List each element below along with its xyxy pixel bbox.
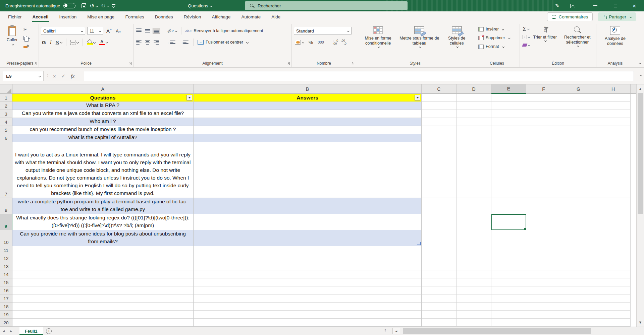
document-title[interactable]: Questions (188, 0, 212, 11)
cell-E19[interactable] (491, 311, 526, 319)
sheet-tab-feuil1[interactable]: Feuil1 (19, 327, 43, 335)
paste-button[interactable]: Coller (3, 25, 21, 47)
row-header-18[interactable]: 18 (0, 303, 12, 311)
cell-D19[interactable] (457, 311, 491, 319)
percent-button[interactable]: % (308, 38, 314, 46)
row-header-7[interactable]: 7 (0, 142, 12, 198)
cell-E2[interactable] (491, 102, 526, 110)
cell-H10[interactable] (596, 230, 631, 246)
cell-A10[interactable]: Can you provide me with some ideas for b… (12, 230, 194, 246)
save-icon[interactable] (82, 3, 86, 8)
cell-B8[interactable] (194, 198, 422, 214)
cell-B9[interactable] (194, 214, 422, 230)
cell-E17[interactable] (491, 294, 526, 303)
cell-D2[interactable] (457, 102, 491, 110)
insert-function-icon[interactable]: fx (71, 73, 74, 79)
cell-D12[interactable] (457, 254, 491, 262)
cell-D5[interactable] (457, 126, 491, 134)
orientation-button[interactable]: ab↗ (166, 27, 178, 35)
cell-A4[interactable]: Who am i ? (12, 118, 194, 126)
cell-G4[interactable] (561, 118, 596, 126)
cell-D13[interactable] (457, 262, 491, 270)
row-header-11[interactable]: 11 (0, 246, 12, 254)
cell-H18[interactable] (596, 303, 631, 311)
cell-H6[interactable] (596, 134, 631, 142)
close-button[interactable]: × (627, 0, 642, 11)
cell-C16[interactable] (422, 286, 457, 294)
expand-formula-bar-icon[interactable] (640, 74, 642, 76)
row-header-3[interactable]: 3 (0, 110, 12, 118)
customize-quick-access-toolbar-icon[interactable] (112, 4, 115, 7)
cell-D20[interactable] (457, 319, 491, 327)
cell-B13[interactable] (194, 262, 422, 270)
cell-H3[interactable] (596, 110, 631, 118)
delete-cells-button[interactable]: Supprimer (478, 34, 518, 42)
cell-C2[interactable] (422, 102, 457, 110)
feedback-pen-icon[interactable]: ✎ (549, 0, 565, 11)
cell-B3[interactable] (194, 110, 422, 118)
cell-D15[interactable] (457, 278, 491, 286)
tab-accueil[interactable]: Accueil (27, 11, 54, 22)
row-header-13[interactable]: 13 (0, 262, 12, 270)
cell-H17[interactable] (596, 294, 631, 303)
cell-G20[interactable] (561, 319, 596, 327)
tab-formules[interactable]: Formules (120, 11, 149, 22)
align-center-icon[interactable] (144, 40, 151, 45)
cell-F10[interactable] (526, 230, 561, 246)
comments-button[interactable]: Commentaires (547, 12, 593, 21)
cell-A19[interactable] (12, 311, 194, 319)
cell-F18[interactable] (526, 303, 561, 311)
cell-C20[interactable] (422, 319, 457, 327)
cell-H19[interactable] (596, 311, 631, 319)
cut-button[interactable]: ✂ (23, 27, 30, 32)
cell-E20[interactable] (491, 319, 526, 327)
fill-button[interactable]: ↓ (523, 34, 530, 40)
cell-A3[interactable]: Can you write me a java code that conver… (12, 110, 194, 118)
cell-F3[interactable] (526, 110, 561, 118)
number-format-select[interactable]: Standard (294, 27, 352, 35)
formula-input[interactable] (84, 71, 634, 81)
cell-G1[interactable] (561, 94, 596, 102)
cell-F2[interactable] (526, 102, 561, 110)
cell-C18[interactable] (422, 303, 457, 311)
dialog-launcher-clipboard[interactable] (34, 62, 37, 65)
cell-D14[interactable] (457, 270, 491, 278)
italic-button[interactable]: I (49, 38, 53, 46)
autosave-toggle[interactable] (63, 3, 75, 8)
borders-button[interactable] (69, 38, 79, 46)
row-header-20[interactable]: 20 (0, 319, 12, 327)
cell-B11[interactable] (194, 246, 422, 254)
cell-B16[interactable] (194, 286, 422, 294)
font-color-button[interactable]: A (98, 38, 109, 46)
align-bottom-icon[interactable] (153, 28, 160, 34)
cell-C1[interactable] (422, 94, 457, 102)
cell-E10[interactable] (491, 230, 526, 246)
cell-E15[interactable] (491, 278, 526, 286)
cell-A11[interactable] (12, 246, 194, 254)
row-header-12[interactable]: 12 (0, 254, 12, 262)
increase-indent-button[interactable]: → (179, 38, 190, 46)
cell-E14[interactable] (491, 270, 526, 278)
cell-F12[interactable] (526, 254, 561, 262)
cell-E4[interactable] (491, 118, 526, 126)
cell-H9[interactable] (596, 214, 631, 230)
cell-B18[interactable] (194, 303, 422, 311)
cell-C8[interactable] (422, 198, 457, 214)
insert-cells-button[interactable]: Insérer (478, 25, 518, 34)
horizontal-scroll-thumb[interactable] (403, 328, 591, 334)
find-select-button[interactable]: Rechercher et sélectionner (560, 25, 595, 59)
cell-F17[interactable] (526, 294, 561, 303)
cell-E6[interactable] (491, 134, 526, 142)
horizontal-scrollbar[interactable] (400, 328, 635, 334)
tab-insertion[interactable]: Insertion (54, 11, 82, 22)
cell-E1[interactable] (491, 94, 526, 102)
cell-B2[interactable] (194, 102, 422, 110)
cell-A9[interactable]: What exactly does this strange-looking r… (12, 214, 194, 230)
dialog-launcher-font[interactable] (129, 62, 131, 65)
cell-G19[interactable] (561, 311, 596, 319)
cell-D16[interactable] (457, 286, 491, 294)
cell-D3[interactable] (457, 110, 491, 118)
cell-C15[interactable] (422, 278, 457, 286)
increase-font-button[interactable]: A˄ (105, 27, 113, 35)
cell-F11[interactable] (526, 246, 561, 254)
